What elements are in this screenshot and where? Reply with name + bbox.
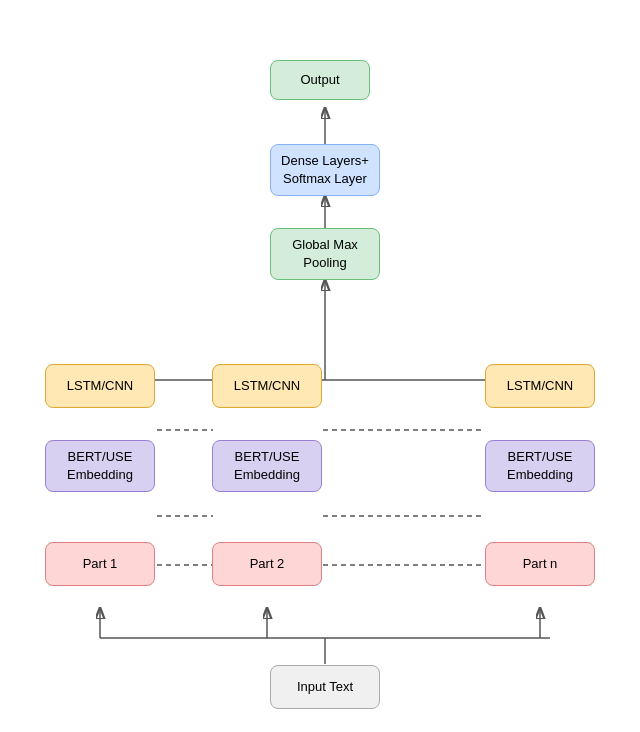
diagram: Output Dense Layers+ Softmax Layer Globa…	[0, 0, 640, 732]
part2-node: Part 2	[212, 542, 322, 586]
bert2-label: BERT/USE Embedding	[234, 448, 300, 484]
bert1-node: BERT/USE Embedding	[45, 440, 155, 492]
bert3-label: BERT/USE Embedding	[507, 448, 573, 484]
bert1-label: BERT/USE Embedding	[67, 448, 133, 484]
dense-label: Dense Layers+ Softmax Layer	[281, 152, 369, 188]
lstm2-node: LSTM/CNN	[212, 364, 322, 408]
part1-node: Part 1	[45, 542, 155, 586]
lstm1-node: LSTM/CNN	[45, 364, 155, 408]
bert3-node: BERT/USE Embedding	[485, 440, 595, 492]
output-node: Output	[270, 60, 370, 100]
lstm3-node: LSTM/CNN	[485, 364, 595, 408]
dense-node: Dense Layers+ Softmax Layer	[270, 144, 380, 196]
bert2-node: BERT/USE Embedding	[212, 440, 322, 492]
input-text-node: Input Text	[270, 665, 380, 709]
partn-node: Part n	[485, 542, 595, 586]
pooling-label: Global Max Pooling	[292, 236, 358, 272]
pooling-node: Global Max Pooling	[270, 228, 380, 280]
